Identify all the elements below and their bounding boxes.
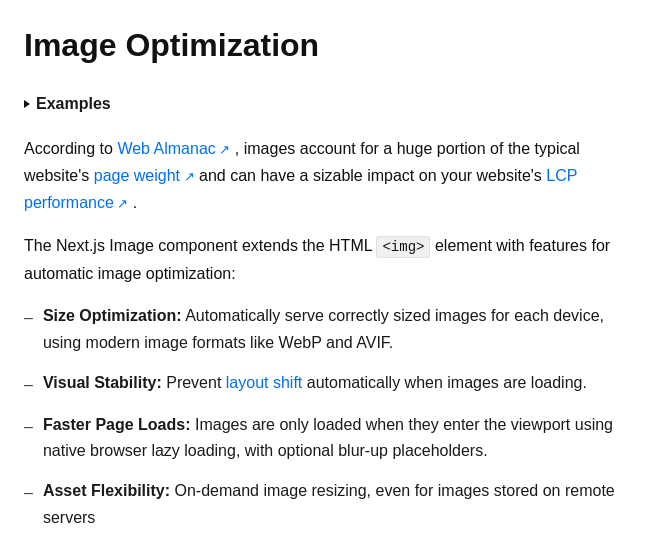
dash-icon-2: – [24,372,33,398]
feature-title-loads: Faster Page Loads: [43,416,191,433]
feature-title-stability: Visual Stability: [43,374,162,391]
feature-text-loads: Faster Page Loads: Images are only loade… [43,412,635,465]
feature-item-size: – Size Optimization: Automatically serve… [24,303,635,356]
intro-text-3: and can have a sizable impact on your we… [199,167,546,184]
intro-p2-prefix: The Next.js Image component extends the … [24,237,376,254]
feature-title-flexibility: Asset Flexibility: [43,482,170,499]
feature-text-stability: Visual Stability: Prevent layout shift a… [43,370,587,396]
toggle-arrow-icon [24,100,30,108]
feature-text-size: Size Optimization: Automatically serve c… [43,303,635,356]
feature-item-stability: – Visual Stability: Prevent layout shift… [24,370,635,398]
page-weight-link[interactable]: page weight [94,167,195,184]
intro-paragraph-1: According to Web Almanac , images accoun… [24,135,635,217]
feature-list: – Size Optimization: Automatically serve… [24,303,635,531]
feature-item-loads: – Faster Page Loads: Images are only loa… [24,412,635,465]
page-title: Image Optimization [24,20,635,71]
feature-item-flexibility: – Asset Flexibility: On-demand image res… [24,478,635,531]
img-code: <img> [376,236,430,258]
layout-shift-link[interactable]: layout shift [226,374,302,391]
feature-title-size: Size Optimization: [43,307,182,324]
dash-icon-3: – [24,414,33,440]
feature-desc-stability-prefix: Prevent [166,374,226,391]
dash-icon-4: – [24,480,33,506]
feature-text-flexibility: Asset Flexibility: On-demand image resiz… [43,478,635,531]
web-almanac-link[interactable]: Web Almanac [117,140,230,157]
examples-toggle[interactable]: Examples [24,91,635,117]
intro-text-1: According to [24,140,117,157]
feature-desc-stability-suffix: automatically when images are loading. [307,374,587,391]
intro-text-4: . [133,194,137,211]
examples-label: Examples [36,91,111,117]
dash-icon: – [24,305,33,331]
intro-paragraph-2: The Next.js Image component extends the … [24,232,635,287]
